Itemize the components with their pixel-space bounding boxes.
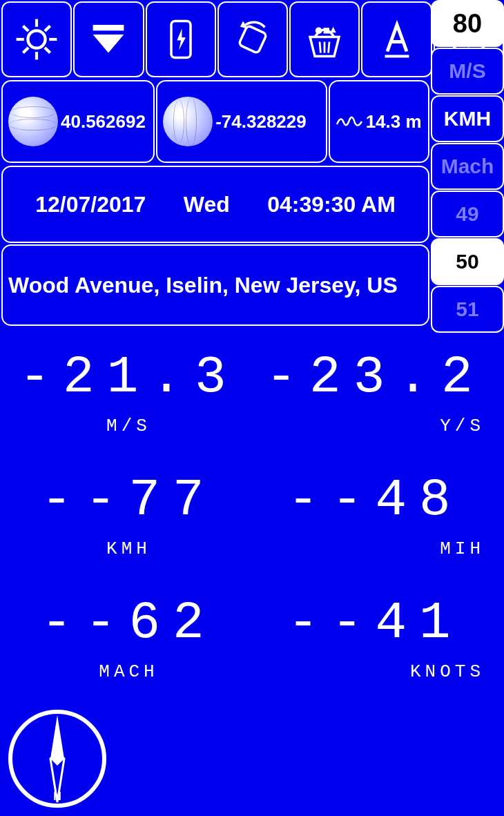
svg-line-8 bbox=[23, 48, 29, 53]
svg-line-20 bbox=[329, 42, 329, 53]
datetime-row[interactable]: 12/07/2017 Wed 04:39:30 AM bbox=[1, 166, 429, 243]
battery-button[interactable] bbox=[146, 1, 216, 77]
readout-row-1: -21.3 M/S -23.2 Y/S bbox=[6, 348, 498, 436]
readout-mih: --48 MIH bbox=[252, 471, 498, 559]
day-value: Wed bbox=[184, 192, 230, 217]
readout-kmh-value: --77 bbox=[6, 471, 252, 530]
dropdown-button[interactable] bbox=[73, 1, 144, 77]
readout-mih-value: --48 bbox=[252, 471, 498, 530]
triangle-down-icon bbox=[84, 15, 133, 64]
readout-row-2: --77 KMH --48 MIH bbox=[6, 471, 498, 559]
svg-marker-17 bbox=[331, 27, 336, 32]
svg-rect-16 bbox=[324, 28, 329, 33]
font-a-icon bbox=[373, 15, 421, 64]
svg-point-0 bbox=[28, 30, 46, 48]
svg-line-7 bbox=[45, 26, 50, 31]
longitude-cell[interactable]: -74.328229 bbox=[156, 80, 327, 163]
svg-point-27 bbox=[53, 755, 61, 763]
rotate-icon bbox=[229, 15, 277, 64]
unit-option-ms[interactable]: M/S bbox=[431, 48, 504, 95]
readout-kmh-unit: KMH bbox=[6, 538, 252, 559]
picker-prev[interactable]: 49 bbox=[431, 191, 504, 237]
brightness-button[interactable] bbox=[1, 1, 72, 77]
latitude-globe-icon bbox=[8, 97, 58, 146]
altitude-icon bbox=[336, 108, 363, 135]
latitude-cell[interactable]: 40.562692 bbox=[1, 80, 155, 163]
address-value: Wood Avenue, Iselin, New Jersey, US bbox=[8, 273, 398, 298]
shop-button[interactable] bbox=[289, 1, 360, 77]
svg-marker-10 bbox=[93, 35, 124, 53]
svg-line-5 bbox=[23, 26, 29, 31]
svg-line-6 bbox=[45, 48, 50, 53]
svg-rect-13 bbox=[239, 26, 267, 54]
side-column: 80 M/S KMH Mach 49 50 51 bbox=[431, 0, 504, 333]
picker-next[interactable]: 51 bbox=[431, 286, 504, 333]
readout-mih-unit: MIH bbox=[252, 538, 498, 559]
longitude-value: -74.328229 bbox=[215, 111, 307, 133]
readout-kmh: --77 KMH bbox=[6, 471, 252, 559]
svg-text:N: N bbox=[53, 790, 61, 802]
svg-line-18 bbox=[320, 42, 320, 53]
readout-ys-value: -23.2 bbox=[252, 348, 498, 407]
readout-knots-unit: KNOTS bbox=[252, 661, 498, 682]
gps-row: 40.562692 -74.328229 14.3 m bbox=[0, 79, 504, 164]
readouts: -21.3 M/S -23.2 Y/S --77 KMH --48 MIH --… bbox=[0, 327, 504, 682]
longitude-globe-icon bbox=[163, 97, 213, 146]
readout-row-3: --62 MACH --41 KNOTS bbox=[6, 594, 498, 682]
toolbar bbox=[0, 0, 504, 79]
unit-option-kmh[interactable]: KMH bbox=[431, 95, 504, 142]
readout-ms-value: -21.3 bbox=[6, 348, 252, 407]
date-value: 12/07/2017 bbox=[35, 192, 146, 217]
readout-mach: --62 MACH bbox=[6, 594, 252, 682]
sun-icon bbox=[12, 15, 61, 64]
phone-charge-icon bbox=[157, 15, 205, 64]
svg-marker-12 bbox=[177, 29, 186, 50]
compass-icon[interactable]: N bbox=[6, 707, 109, 810]
latitude-value: 40.562692 bbox=[61, 111, 146, 133]
altitude-cell[interactable]: 14.3 m bbox=[329, 80, 429, 163]
unit-option-mach[interactable]: Mach bbox=[431, 143, 504, 190]
speed-limit-value[interactable]: 80 bbox=[431, 0, 504, 47]
font-button[interactable] bbox=[361, 1, 432, 77]
readout-knots-value: --41 bbox=[252, 594, 498, 653]
readout-knots: --41 KNOTS bbox=[252, 594, 498, 682]
basket-icon bbox=[300, 15, 349, 64]
address-row[interactable]: Wood Avenue, Iselin, New Jersey, US bbox=[1, 244, 429, 326]
readout-mach-unit: MACH bbox=[6, 661, 252, 682]
time-value: 04:39:30 AM bbox=[267, 192, 396, 217]
svg-point-15 bbox=[316, 28, 322, 35]
readout-ys: -23.2 Y/S bbox=[252, 348, 498, 436]
readout-ms: -21.3 M/S bbox=[6, 348, 252, 436]
altitude-value: 14.3 m bbox=[366, 111, 422, 133]
readout-ms-unit: M/S bbox=[6, 416, 252, 436]
picker-current[interactable]: 50 bbox=[431, 238, 504, 285]
svg-rect-9 bbox=[93, 25, 124, 30]
rotation-button[interactable] bbox=[217, 1, 288, 77]
readout-ys-unit: Y/S bbox=[252, 416, 498, 436]
readout-mach-value: --62 bbox=[6, 594, 252, 653]
